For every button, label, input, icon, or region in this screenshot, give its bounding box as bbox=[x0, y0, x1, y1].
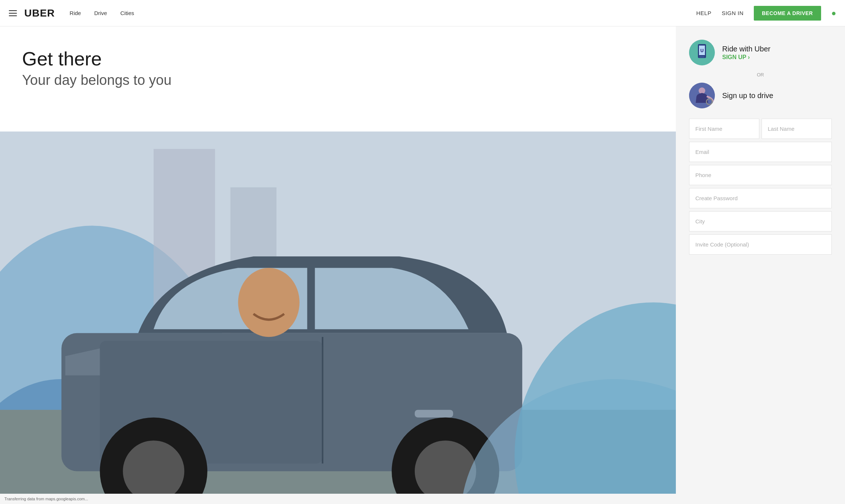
nav-links: Ride Drive Cities bbox=[69, 10, 134, 16]
left-panel: Get there Your day belongs to you bbox=[0, 26, 676, 504]
signup-form bbox=[689, 119, 832, 257]
svg-text:U: U bbox=[700, 48, 704, 53]
bottom-bar: Transferring data from maps.googleapis.c… bbox=[0, 494, 676, 504]
svg-point-12 bbox=[123, 440, 184, 502]
drive-icon bbox=[689, 83, 715, 108]
car-scene bbox=[0, 132, 676, 504]
ride-icon: U bbox=[689, 40, 715, 65]
hero-image bbox=[0, 132, 676, 504]
password-input[interactable] bbox=[689, 188, 832, 208]
svg-rect-21 bbox=[699, 57, 705, 57]
nav-drive[interactable]: Drive bbox=[94, 10, 107, 16]
drive-section: Sign up to drive bbox=[689, 83, 832, 108]
car-svg bbox=[0, 132, 676, 504]
nav-right: HELP SIGN IN BECOME A DRIVER ● bbox=[696, 6, 836, 21]
drive-icon-svg bbox=[689, 83, 715, 108]
signin-link[interactable]: SIGN IN bbox=[722, 10, 744, 16]
nav-cities[interactable]: Cities bbox=[120, 10, 134, 16]
uber-logo: UBER bbox=[24, 7, 55, 19]
last-name-input[interactable] bbox=[762, 119, 832, 139]
signup-link[interactable]: SIGN UP › bbox=[722, 54, 770, 61]
nav-ride[interactable]: Ride bbox=[69, 10, 81, 16]
ride-text-block: Ride with Uber SIGN UP › bbox=[722, 45, 770, 61]
city-input[interactable] bbox=[689, 211, 832, 231]
email-input[interactable] bbox=[689, 142, 832, 162]
hamburger-menu[interactable] bbox=[9, 10, 17, 16]
name-row bbox=[689, 119, 832, 141]
svg-point-7 bbox=[238, 268, 299, 337]
signup-label: SIGN UP bbox=[722, 54, 746, 61]
location-icon[interactable]: ● bbox=[831, 8, 836, 18]
ride-section: U Ride with Uber SIGN UP › bbox=[689, 40, 832, 65]
bottom-status-text: Transferring data from maps.googleapis.c… bbox=[4, 497, 88, 501]
ride-title: Ride with Uber bbox=[722, 45, 770, 53]
phone-input[interactable] bbox=[689, 165, 832, 185]
svg-rect-10 bbox=[415, 410, 453, 418]
help-link[interactable]: HELP bbox=[696, 10, 711, 16]
ride-icon-svg: U bbox=[689, 40, 715, 65]
drive-text-block: Sign up to drive bbox=[722, 91, 773, 100]
signup-arrow: › bbox=[748, 54, 750, 61]
right-panel: U Ride with Uber SIGN UP › OR bbox=[676, 26, 845, 504]
become-driver-button[interactable]: BECOME A DRIVER bbox=[754, 6, 821, 21]
hero-title: Get there bbox=[22, 48, 676, 69]
hero-subtitle: Your day belongs to you bbox=[22, 72, 676, 88]
first-name-input[interactable] bbox=[689, 119, 759, 139]
navbar: UBER Ride Drive Cities HELP SIGN IN BECO… bbox=[0, 0, 845, 26]
hero-text: Get there Your day belongs to you bbox=[0, 26, 676, 99]
drive-title: Sign up to drive bbox=[722, 91, 773, 100]
main-layout: Get there Your day belongs to you bbox=[0, 26, 845, 504]
invite-code-input[interactable] bbox=[689, 234, 832, 255]
or-divider: OR bbox=[689, 72, 832, 78]
